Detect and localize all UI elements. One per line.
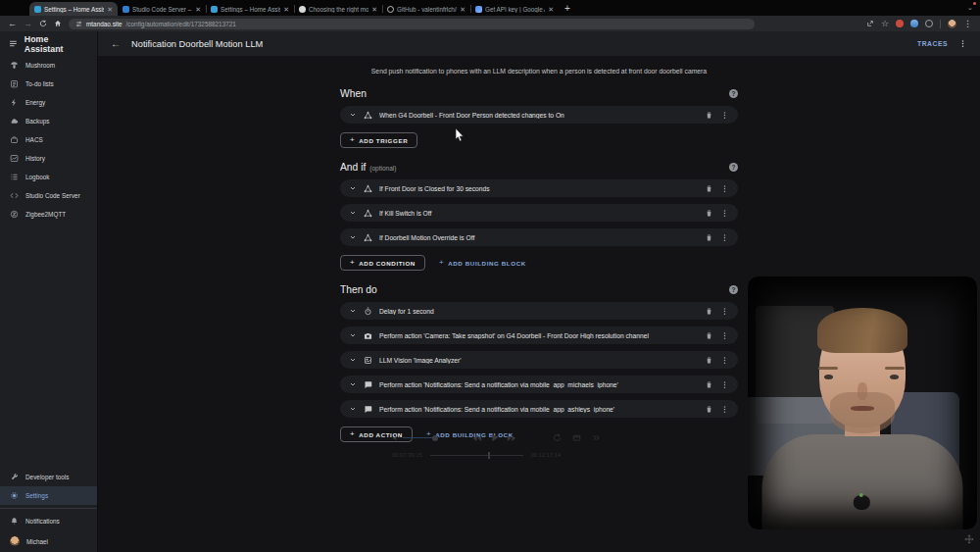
delete-icon[interactable] xyxy=(705,184,713,193)
volume-knob[interactable] xyxy=(432,435,438,441)
card-title: Perform action 'Notifications: Send a no… xyxy=(379,381,698,388)
sidebar-item-mushroom[interactable]: Mushroom xyxy=(0,56,97,75)
traces-button[interactable]: TRACES xyxy=(917,40,948,47)
tab-settings-home-assistant-1[interactable]: Settings – Home Assistant ✕ xyxy=(29,2,118,16)
action-card-snapshot[interactable]: Perform action 'Camera: Take snapshot' o… xyxy=(340,326,738,344)
delete-icon[interactable] xyxy=(705,307,713,316)
help-icon[interactable]: ? xyxy=(729,89,738,98)
browser-menu-icon[interactable]: ⋮ xyxy=(963,20,972,28)
loop-icon[interactable] xyxy=(553,433,562,442)
chevron-down-icon[interactable] xyxy=(349,356,357,364)
home-button[interactable] xyxy=(54,20,62,27)
tab-close-icon[interactable]: ✕ xyxy=(283,6,289,13)
tab-github[interactable]: GitHub - valentinfrlch/ha-llm... ✕ xyxy=(382,2,470,16)
delete-icon[interactable] xyxy=(705,331,713,340)
more-options-icon[interactable] xyxy=(720,233,729,242)
more-options-icon[interactable] xyxy=(720,307,729,316)
add-building-block-button[interactable]: + ADD BUILDING BLOCK xyxy=(439,259,526,267)
sidebar-item-notifications[interactable]: Notifications xyxy=(0,512,97,530)
condition-card[interactable]: If Kill Switch is Off xyxy=(340,204,738,222)
new-tab-button[interactable]: + xyxy=(564,0,570,16)
action-card-notify-michaels-iphone[interactable]: Perform action 'Notifications: Send a no… xyxy=(340,376,738,393)
chevron-down-icon[interactable] xyxy=(349,209,357,217)
sidebar-item-history[interactable]: History xyxy=(0,149,97,168)
more-options-icon[interactable] xyxy=(720,356,729,365)
browser-profile-avatar[interactable] xyxy=(948,20,956,28)
sidebar-item-todo-lists[interactable]: To-do lists xyxy=(0,75,97,93)
chevron-down-icon[interactable] xyxy=(349,233,357,241)
tab-choosing-model[interactable]: Choosing the right model | L... ✕ xyxy=(294,2,382,16)
adblock-extension-icon[interactable] xyxy=(896,20,904,27)
extension-icon[interactable] xyxy=(910,20,918,27)
more-options-icon[interactable] xyxy=(720,184,729,193)
tab-close-icon[interactable]: ✕ xyxy=(548,6,554,13)
add-trigger-button[interactable]: + ADD TRIGGER xyxy=(340,132,417,148)
chevron-down-icon[interactable] xyxy=(349,405,357,413)
forward-button[interactable]: → xyxy=(24,20,32,28)
sidebar-item-label: Studio Code Server xyxy=(25,192,80,199)
delete-icon[interactable] xyxy=(705,111,713,120)
tab-google-ai-studio[interactable]: Get API key | Google AI Studi... ✕ xyxy=(470,2,559,16)
rewind-icon[interactable] xyxy=(472,433,482,443)
tab-search-chevron-icon[interactable]: ⌄ xyxy=(964,2,976,14)
timeline-scrubber[interactable] xyxy=(430,455,523,456)
more-options-icon[interactable] xyxy=(720,209,729,218)
sidebar-item-logbook[interactable]: Logbook xyxy=(0,168,97,186)
sidebar-item-developer-tools[interactable]: Developer tools xyxy=(0,468,97,486)
menu-icon[interactable] xyxy=(9,39,18,48)
chevron-down-icon[interactable] xyxy=(349,111,357,119)
trigger-card[interactable]: When G4 Doorbell - Front Door Person det… xyxy=(340,106,738,124)
double-chevron-right-icon[interactable] xyxy=(592,433,601,442)
delete-icon[interactable] xyxy=(705,380,713,389)
chevron-down-icon[interactable] xyxy=(349,331,357,339)
sidebar-item-backups[interactable]: Backups xyxy=(0,112,97,130)
header-more-options-icon[interactable] xyxy=(958,39,967,48)
action-card-llm-vision[interactable]: LLM Vision 'Image Analyzer' xyxy=(340,351,738,369)
sidebar-item-zigbee2mqtt[interactable]: Zigbee2MQTT xyxy=(0,205,97,224)
chevron-down-icon[interactable] xyxy=(349,380,357,388)
tab-close-icon[interactable]: ✕ xyxy=(107,6,113,13)
help-icon[interactable]: ? xyxy=(729,285,738,294)
delete-icon[interactable] xyxy=(705,209,713,218)
condition-card[interactable]: If Front Door is Closed for 30 seconds xyxy=(340,179,738,197)
address-bar[interactable]: mtandao.site/config/automation/edit/1732… xyxy=(69,19,755,29)
sidebar-item-hacs[interactable]: HACS xyxy=(0,130,97,149)
sidebar-item-settings[interactable]: Settings xyxy=(0,486,97,505)
extensions-puzzle-icon[interactable] xyxy=(925,20,933,27)
sidebar-item-energy[interactable]: Energy xyxy=(0,93,97,112)
tab-close-icon[interactable]: ✕ xyxy=(460,6,466,13)
back-button[interactable]: ← xyxy=(8,20,17,28)
condition-card[interactable]: If Doorbell Motion Override is Off xyxy=(340,228,738,246)
tab-settings-home-assistant-2[interactable]: Settings – Home Assistant ✕ xyxy=(206,2,294,16)
sidebar-item-user-michael[interactable]: Michael xyxy=(0,530,97,552)
chevron-down-icon[interactable] xyxy=(349,184,357,192)
share-icon[interactable] xyxy=(866,20,874,27)
more-options-icon[interactable] xyxy=(720,380,729,389)
help-icon[interactable]: ? xyxy=(729,163,738,172)
action-card-delay[interactable]: Delay for 1 second xyxy=(340,302,738,320)
film-icon[interactable] xyxy=(572,433,581,442)
play-icon[interactable] xyxy=(489,432,500,443)
fast-forward-icon[interactable] xyxy=(507,433,516,443)
tab-studio-code-server[interactable]: Studio Code Server – Home ✕ xyxy=(118,2,206,16)
bookmark-star-icon[interactable]: ☆ xyxy=(881,20,889,28)
chevron-down-icon[interactable] xyxy=(349,307,357,315)
sidebar-item-studio-code-server[interactable]: Studio Code Server xyxy=(0,186,97,205)
add-condition-button[interactable]: + ADD CONDITION xyxy=(340,255,425,271)
back-arrow-icon[interactable]: ← xyxy=(111,38,121,49)
more-options-icon[interactable] xyxy=(720,111,729,120)
tab-close-icon[interactable]: ✕ xyxy=(195,6,201,13)
more-options-icon[interactable] xyxy=(720,331,729,340)
tab-close-icon[interactable]: ✕ xyxy=(371,6,377,13)
move-handle-icon[interactable] xyxy=(964,534,974,544)
reload-button[interactable] xyxy=(39,20,47,27)
more-options-icon[interactable] xyxy=(720,405,729,414)
site-info-icon[interactable] xyxy=(75,21,82,27)
playhead-marker[interactable] xyxy=(488,452,490,459)
action-card-notify-ashleys-iphone[interactable]: Perform action 'Notifications: Send a no… xyxy=(340,400,738,418)
delete-icon[interactable] xyxy=(705,356,713,365)
delete-icon[interactable] xyxy=(705,405,713,414)
card-title: If Kill Switch is Off xyxy=(379,210,698,217)
delete-icon[interactable] xyxy=(705,233,713,242)
volume-slider[interactable] xyxy=(392,434,436,442)
